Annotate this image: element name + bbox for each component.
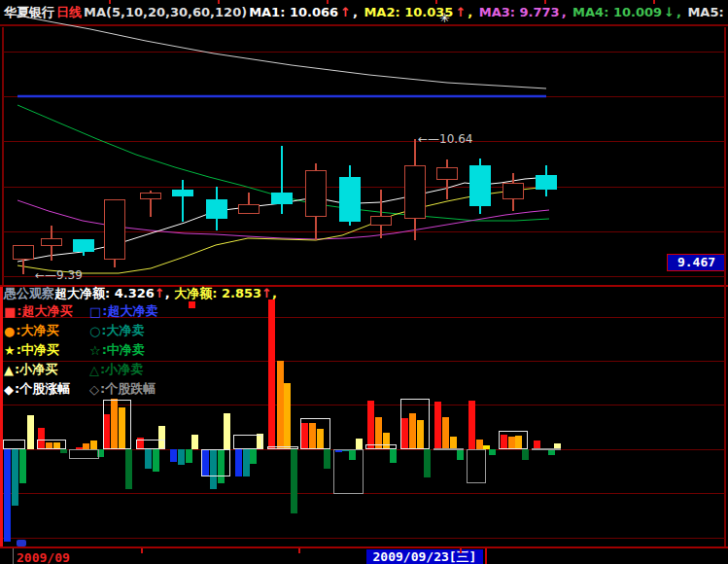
legend-buy-marker-icon: ★ [4, 343, 16, 358]
axis-tick [109, 0, 111, 4]
legend-label: :超大净卖 [102, 302, 157, 320]
ma-group-label: MA(5,10,20,30,60,120) [84, 5, 247, 19]
flow-bar-pale [27, 415, 34, 449]
legend-sell-marker-icon: ◇ [89, 382, 99, 397]
flow-bar-dgreen [291, 449, 297, 513]
flow-bar-orange [277, 361, 284, 449]
legend-label: :小净卖 [100, 361, 143, 378]
ma-line-MA3-20day [17, 200, 549, 239]
flow-bar-green [153, 449, 159, 472]
candle-body [503, 183, 524, 199]
candle-body [238, 204, 260, 214]
ma-value: 超大净额: 4.326 [54, 286, 155, 300]
flow-bar-green [19, 449, 26, 483]
axis-tick [653, 0, 655, 4]
range-outline-box [300, 418, 330, 449]
flow-bar-red [367, 401, 374, 449]
flow-bar-green [489, 449, 496, 455]
flow-bar-pale [356, 439, 363, 449]
range-outline-box [136, 440, 165, 449]
flow-bar-red [468, 401, 475, 449]
flow-bar-gold [90, 441, 97, 449]
axis-month-label: 2009/09 [17, 550, 70, 564]
legend-label: :中净买 [17, 341, 59, 359]
candle-wick [182, 180, 184, 222]
indicator-legend: ■:超大净买□:超大净卖●:大净买○:大净卖★:中净买☆:中净卖▲:小净买△:小… [4, 301, 189, 399]
indicator-name[interactable]: 愚公观察 [4, 285, 54, 302]
flow-bar-dgreen [60, 449, 67, 453]
flow-bar-orange [476, 440, 483, 449]
flow-bar-red [268, 300, 275, 449]
legend-label: :大净买 [16, 322, 58, 339]
star-icon: ✳ [439, 11, 450, 25]
flow-bar-teal [178, 449, 185, 465]
trading-terminal-window: 华夏银行 日线 MA(5,10,20,30,60,120) MA1: 10.06… [0, 0, 728, 564]
range-outline-box [499, 431, 528, 449]
candle-body [305, 170, 327, 217]
flow-bar-dgreen [324, 449, 330, 469]
gridline [3, 538, 725, 539]
trend-arrow-icon: ↑ [455, 5, 466, 19]
trend-arrow-icon: ↑ [155, 286, 165, 300]
range-outline-box [365, 444, 397, 449]
axis-tick [298, 548, 300, 553]
gridline [3, 449, 725, 450]
axis-current-date-label: 2009/09/23[三] [366, 549, 483, 564]
candle-body [536, 175, 557, 190]
ma-lines-canvas [0, 0, 728, 564]
flow-bar-pale [191, 435, 198, 449]
legend-row: ●:大净买○:大净卖 [4, 321, 189, 340]
candle-body [370, 216, 392, 226]
legend-row: ▲:小净买△:小净卖 [4, 360, 189, 379]
candle-body [140, 193, 161, 199]
legend-sell-marker-icon: ☆ [89, 343, 101, 358]
legend-sell-marker-icon: △ [89, 363, 99, 377]
gridline [3, 141, 725, 142]
stock-name: 华夏银行 [4, 4, 54, 21]
scrollbar-thumb[interactable] [17, 540, 26, 546]
legend-buy-marker-icon: ● [4, 324, 15, 338]
flow-bar-dgreen [522, 449, 529, 460]
range-outline-box [532, 448, 561, 450]
flow-bar-teal [12, 449, 18, 506]
price-annotation: ←—10.64 [418, 132, 472, 146]
ma-value: MA5: 11.264 [687, 5, 728, 19]
ma-values: MA1: 10.066↑, MA2: 10.035↑, MA3: 9.773, … [249, 5, 728, 19]
legend-label: :大净卖 [101, 322, 144, 339]
candle-body [73, 239, 94, 252]
trend-arrow-icon: ↓ [664, 5, 675, 19]
range-outline-box [201, 449, 230, 476]
flow-bar-teal [145, 449, 152, 469]
axis-cursor-tick [485, 548, 487, 564]
range-outline-box [267, 446, 298, 449]
flow-bar-pale [224, 413, 230, 449]
legend-buy-marker-icon: ■ [4, 304, 16, 319]
candle-body [13, 245, 34, 260]
price-annotation: ←—9.39 [35, 268, 83, 282]
price-tag: 9.467 [667, 254, 726, 271]
panel-left-border [0, 287, 3, 546]
candle-body [436, 167, 458, 180]
candle-body [206, 199, 227, 219]
axis-tick [141, 548, 143, 553]
legend-buy-marker-icon: ▲ [4, 363, 14, 377]
legend-label: :小净买 [15, 361, 57, 378]
ma-value: MA3: 9.773 [479, 5, 560, 19]
legend-sell-marker-icon: □ [89, 304, 101, 319]
ma-value: MA1: 10.066 [249, 5, 338, 19]
range-outline-box [400, 399, 430, 449]
candle-body [41, 238, 62, 246]
gridline [3, 96, 725, 97]
flow-bar-orange [442, 417, 449, 449]
date-axis-bar[interactable]: 2009/09 2009/09/23[三] [0, 546, 728, 564]
ma-value: MA4: 10.009 [572, 5, 662, 19]
legend-buy-marker-icon: ◆ [4, 382, 14, 397]
range-outline-box [333, 449, 364, 494]
candle-wick [380, 190, 382, 238]
flow-bar-blue [235, 449, 242, 476]
trend-arrow-icon: ↑ [261, 286, 272, 300]
period-label[interactable]: 日线 [56, 4, 82, 21]
range-outline-box [467, 449, 486, 483]
legend-row: ◆:个股涨幅◇:个股跌幅 [4, 379, 189, 399]
legend-label: :个股跌幅 [100, 380, 156, 398]
